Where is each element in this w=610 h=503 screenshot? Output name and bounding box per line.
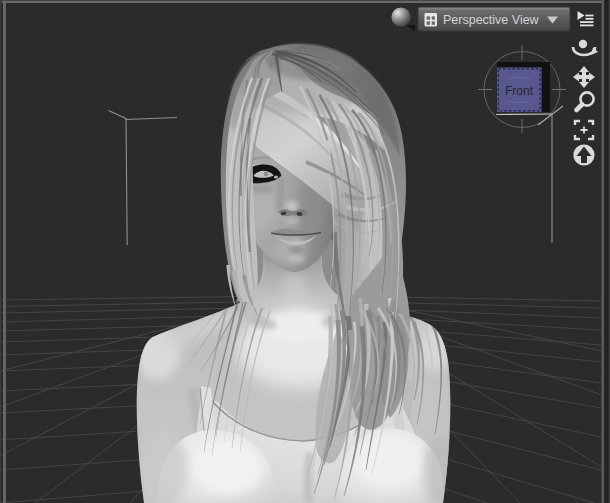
svg-text:Front: Front <box>505 84 534 98</box>
svg-text:Perspective View: Perspective View <box>443 13 540 27</box>
